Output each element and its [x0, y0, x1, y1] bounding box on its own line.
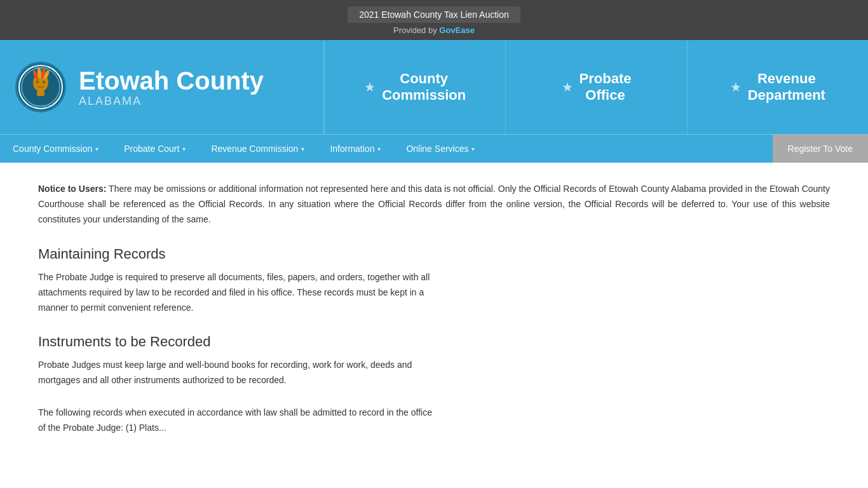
nav-information[interactable]: Information ▾: [317, 135, 393, 163]
header: ETOWAH COUNTY ALABAMA Etowah County ALAB…: [0, 40, 868, 134]
govease-link[interactable]: GovEase: [439, 25, 475, 35]
nav-probate-court[interactable]: Probate Court ▾: [111, 135, 198, 163]
nav-online-services-label: Online Services: [406, 144, 468, 154]
county-logo: ETOWAH COUNTY ALABAMA: [15, 62, 66, 112]
svg-point-7: [36, 81, 39, 84]
main-content: Notice to Users: There may be omissions …: [0, 163, 868, 473]
nav-online-services[interactable]: Online Services ▾: [393, 135, 487, 163]
svg-rect-9: [37, 91, 44, 96]
star-icon-2: ★: [562, 79, 573, 95]
dropdown-arrow-4: ▾: [377, 146, 381, 152]
nav-revenue-commission[interactable]: Revenue Commission ▾: [198, 135, 317, 163]
dropdown-arrow-3: ▾: [301, 146, 304, 152]
nav-county-commission-label: County Commission: [13, 144, 92, 154]
nav-register-to-vote[interactable]: Register To Vote: [773, 135, 868, 163]
svg-text:ALABAMA: ALABAMA: [33, 65, 48, 69]
provided-by-text: Provided by GovEase: [0, 25, 868, 35]
section-title-maintaining-records: Maintaining Records: [38, 246, 830, 262]
dropdown-arrow-1: ▾: [95, 146, 98, 152]
notice-bold: Notice to Users:: [38, 184, 106, 194]
nav-information-label: Information: [330, 144, 374, 154]
nav-probate-court-label: Probate Court: [124, 144, 179, 154]
header-nav-items: ★ CountyCommission ★ ProbateOffice ★ Rev…: [324, 40, 868, 134]
header-title: Etowah County ALABAMA: [79, 67, 264, 108]
state-name: ALABAMA: [79, 95, 264, 108]
header-nav-county-commission[interactable]: ★ CountyCommission: [324, 40, 505, 134]
notice-text: There may be omissions or additional inf…: [38, 184, 830, 224]
dropdown-arrow-2: ▾: [182, 146, 186, 152]
svg-text:ETOWAH COUNTY: ETOWAH COUNTY: [27, 104, 55, 108]
auction-label: 2021 Etowah County Tax Lien Auction: [348, 6, 520, 23]
section-title-instruments: Instruments to be Recorded: [38, 334, 830, 350]
star-icon-1: ★: [364, 79, 376, 95]
header-logo: ETOWAH COUNTY ALABAMA Etowah County ALAB…: [0, 40, 324, 134]
header-nav-probate-office[interactable]: ★ ProbateOffice: [505, 40, 686, 134]
header-nav-label-revenue-department: RevenueDepartment: [748, 71, 825, 104]
section-content-instruments: Probate Judges must keep large and well-…: [38, 358, 432, 388]
county-name: Etowah County: [79, 67, 264, 95]
nav-register-label: Register To Vote: [788, 144, 853, 154]
navbar: County Commission ▾ Probate Court ▾ Reve…: [0, 134, 868, 163]
svg-point-8: [43, 81, 45, 84]
provided-by-label: Provided by: [393, 25, 437, 35]
header-nav-label-probate-office: ProbateOffice: [580, 71, 632, 104]
top-banner: 2021 Etowah County Tax Lien Auction Prov…: [0, 0, 868, 40]
header-nav-revenue-department[interactable]: ★ RevenueDepartment: [687, 40, 868, 134]
header-nav-label-county-commission: CountyCommission: [382, 71, 466, 104]
dropdown-arrow-5: ▾: [471, 146, 475, 152]
notice-box: Notice to Users: There may be omissions …: [38, 182, 830, 227]
nav-county-commission[interactable]: County Commission ▾: [0, 135, 111, 163]
star-icon-3: ★: [730, 79, 742, 95]
section-content-following-records: The following records when executed in a…: [38, 405, 432, 436]
section-content-maintaining-records: The Probate Judge is required to preserv…: [38, 270, 432, 315]
nav-revenue-commission-label: Revenue Commission: [211, 144, 298, 154]
